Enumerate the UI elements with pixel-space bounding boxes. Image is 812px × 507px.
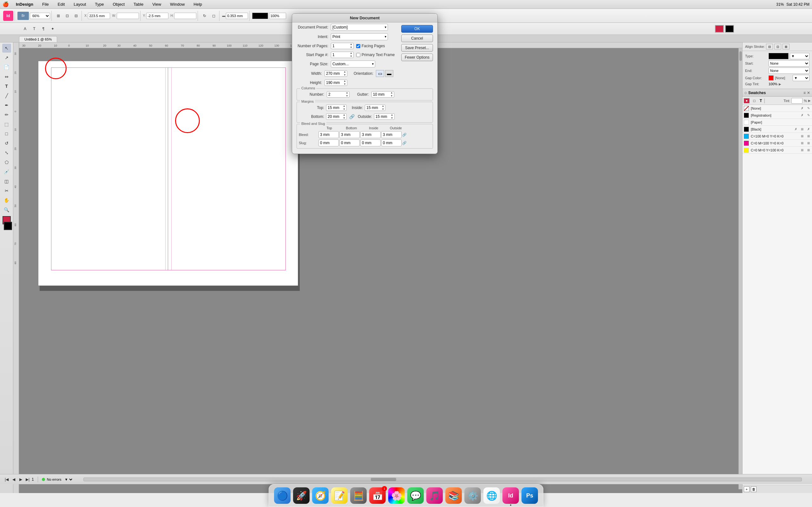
slug-bottom-input[interactable]	[339, 139, 360, 147]
tint-arrow[interactable]: ▶	[808, 99, 811, 102]
dock-launchpad[interactable]: 🚀	[293, 487, 310, 504]
gutter-down[interactable]: ▼	[390, 95, 394, 98]
intent-select[interactable]: Print	[331, 33, 388, 40]
height-up[interactable]: ▲	[343, 79, 347, 83]
swatch-cyan-edit[interactable]: ⊞	[806, 134, 811, 138]
outside-up[interactable]: ▲	[390, 113, 394, 117]
start-page-down[interactable]: ▼	[349, 55, 353, 58]
swatch-yellow[interactable]: C=0 M=0 Y=100 K=0 ⊞ ⊞	[743, 147, 812, 154]
swatch-reg-edit[interactable]: ✎	[806, 113, 811, 118]
type-menu[interactable]: Type	[93, 1, 106, 7]
slug-chain[interactable]: 🔗	[402, 141, 407, 145]
ok-button[interactable]: OK	[401, 25, 433, 33]
dock-books[interactable]: 📚	[445, 487, 462, 504]
facing-pages-checkbox[interactable]	[356, 44, 360, 48]
fewer-options-button[interactable]: Fewer Options	[401, 54, 433, 61]
swatch-paper[interactable]: [Paper]	[743, 119, 812, 126]
rect-tool[interactable]: □	[2, 129, 11, 138]
edit-menu[interactable]: Edit	[56, 1, 67, 7]
layout-btn-3[interactable]: ⊟	[72, 12, 80, 20]
dock-safari[interactable]: 🧭	[312, 487, 328, 504]
dock-calc[interactable]: 🧮	[350, 487, 367, 504]
swatch-black[interactable]: [Black] ✗ ⊞ ✗	[743, 126, 812, 133]
start-page-up[interactable]: ▲	[349, 52, 353, 55]
prev-page-btn[interactable]: ◀	[11, 476, 16, 482]
type-tool[interactable]: T	[2, 82, 11, 91]
scissors-tool[interactable]: ✂	[2, 186, 11, 195]
end-select[interactable]: None	[768, 67, 809, 74]
dock-indesign[interactable]: Id	[502, 487, 519, 504]
bleed-inside-input[interactable]	[360, 131, 380, 138]
layout-menu[interactable]: Layout	[72, 1, 88, 7]
page-size-select[interactable]: Custom...	[331, 60, 375, 67]
columns-up[interactable]: ▲	[345, 91, 349, 95]
bottom-up[interactable]: ▲	[342, 113, 346, 117]
swatches-close[interactable]: ✕	[807, 91, 810, 95]
hscrollbar[interactable]	[84, 477, 802, 481]
direct-select-tool[interactable]: ↗	[2, 53, 11, 62]
object-menu[interactable]: Object	[111, 1, 127, 7]
primary-text-checkbox[interactable]	[356, 53, 360, 57]
gradient-tool[interactable]: ◫	[2, 177, 11, 186]
align-center-btn[interactable]: ⊡	[774, 44, 781, 49]
last-page-btn[interactable]: ▶|	[25, 476, 31, 482]
view-menu[interactable]: View	[150, 1, 163, 7]
save-preset-button[interactable]: Save Preset...	[401, 44, 433, 52]
scale-tool[interactable]: ⤡	[2, 148, 11, 157]
dock-imessage[interactable]: 💬	[407, 487, 424, 504]
app-name-menu[interactable]: InDesign	[14, 1, 35, 7]
errors-select[interactable]: ▼	[63, 477, 73, 482]
swatch-none-x[interactable]: ✗	[800, 106, 804, 111]
tb2-btn4[interactable]: ✦	[49, 25, 57, 33]
dock-notes[interactable]: 📝	[331, 487, 348, 504]
tb2-btn2[interactable]: T	[30, 25, 38, 33]
swatch-black-x[interactable]: ✗	[794, 127, 798, 131]
pen-tool[interactable]: ✒	[2, 101, 11, 110]
inside-up[interactable]: ▲	[380, 105, 385, 108]
delete-swatch-btn[interactable]: 🗑	[751, 487, 757, 492]
swatch-reg-x[interactable]: ✗	[800, 113, 804, 118]
y-input[interactable]	[146, 13, 168, 19]
top-up[interactable]: ▲	[342, 105, 346, 108]
stroke-color2[interactable]	[725, 25, 734, 33]
dock-itunes[interactable]: 🎵	[426, 487, 443, 504]
shear-btn[interactable]: ◻	[210, 12, 218, 20]
height-down[interactable]: ▼	[343, 83, 347, 86]
cancel-button[interactable]: Cancel	[401, 35, 433, 42]
bottom-down[interactable]: ▼	[342, 117, 346, 120]
fill-color[interactable]	[715, 25, 724, 33]
columns-down[interactable]: ▼	[345, 95, 349, 98]
swatch-black-edit[interactable]: ✗	[806, 127, 811, 131]
swatches-panel-menu[interactable]: ≡	[803, 91, 806, 95]
swatches-collapse-icon[interactable]: ◇	[745, 91, 747, 95]
landscape-btn[interactable]: ▬	[385, 70, 393, 77]
top-down[interactable]: ▼	[342, 108, 346, 111]
dock-photoshop[interactable]: Ps	[521, 487, 538, 504]
chain-link-icon[interactable]: 🔗	[349, 114, 355, 119]
swatch-registration[interactable]: [Registration] ✗ ✎	[743, 112, 812, 119]
swatch-none[interactable]: [None] ✗ ✎	[743, 105, 812, 112]
num-pages-up[interactable]: ▲	[349, 43, 353, 46]
swatch-fill-btn[interactable]: ■	[744, 98, 750, 103]
bleed-chain[interactable]: 🔗	[402, 133, 407, 137]
outside-down[interactable]: ▼	[390, 117, 394, 120]
width-up[interactable]: ▲	[343, 70, 347, 73]
new-swatch-btn[interactable]: +	[744, 487, 750, 492]
pct-input[interactable]	[269, 13, 286, 19]
swatch-cyan[interactable]: C=100 M=0 Y=0 K=0 ⊞ ⊞	[743, 133, 812, 140]
dock-chrome[interactable]: 🌐	[484, 487, 500, 504]
num-pages-down[interactable]: ▼	[349, 46, 353, 49]
tb2-btn1[interactable]: A	[21, 25, 29, 33]
pencil-tool[interactable]: ✏	[2, 110, 11, 119]
file-menu[interactable]: File	[40, 1, 51, 7]
swatch-yellow-edit[interactable]: ⊞	[806, 148, 811, 153]
dock-settings[interactable]: ⚙️	[464, 487, 481, 504]
bleed-outside-input[interactable]	[381, 131, 402, 138]
gap-color-select[interactable]: ▼	[793, 75, 810, 81]
gutter-up[interactable]: ▲	[390, 91, 394, 95]
swatch-none-edit[interactable]: ✎	[806, 106, 811, 111]
zoom-tool[interactable]: 🔍	[2, 205, 11, 214]
bridge-btn[interactable]: Br	[17, 12, 29, 20]
page[interactable]	[38, 61, 298, 286]
first-page-btn[interactable]: |◀	[4, 476, 9, 482]
